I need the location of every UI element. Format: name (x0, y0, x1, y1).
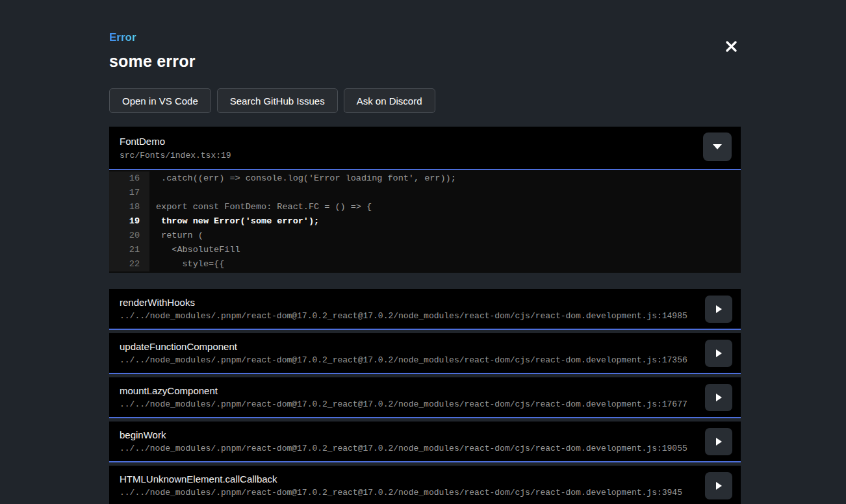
stack-frame-mountLazyComponent[interactable]: mountLazyComponent ../../node_modules/.p… (109, 377, 741, 418)
line-number: 20 (109, 229, 149, 243)
code-line: 22 style={{ (109, 257, 741, 271)
stack-frame-updateFunctionComponent[interactable]: updateFunctionComponent ../../node_modul… (109, 333, 741, 374)
play-icon (716, 394, 722, 401)
play-icon (716, 482, 722, 490)
code-line: 16 .catch((err) => console.log('Error lo… (109, 171, 741, 186)
stack-frame-callCallback[interactable]: HTMLUnknownElement.callCallback ../../no… (109, 466, 741, 504)
expand-frame-button[interactable] (705, 296, 732, 323)
source-frame-card: FontDemo src/Fonts/index.tsx:19 (109, 127, 741, 170)
collapse-frame-button[interactable] (703, 132, 732, 161)
source-frame-location: src/Fonts/index.tsx:19 (120, 151, 730, 160)
line-number: 19 (109, 214, 149, 229)
source-frame-function: FontDemo (120, 136, 730, 147)
stack-frame-location: ../../node_modules/.pnpm/react-dom@17.0.… (120, 399, 695, 409)
error-type-label: Error (109, 31, 136, 44)
stack-frame-location: ../../node_modules/.pnpm/react-dom@17.0.… (120, 311, 695, 321)
stack-frame-list: renderWithHooks ../../node_modules/.pnpm… (109, 289, 741, 504)
open-in-vscode-button[interactable]: Open in VS Code (109, 88, 211, 113)
play-icon (716, 349, 722, 357)
code-line-highlighted: 19 throw new Error('some error'); (109, 214, 741, 229)
expand-frame-button[interactable] (705, 340, 732, 367)
play-icon (716, 305, 722, 313)
code-text: return ( (149, 229, 203, 243)
code-line: 20 return ( (109, 229, 741, 243)
line-number: 21 (109, 243, 149, 257)
code-text: .catch((err) => console.log('Error loadi… (149, 171, 456, 186)
stack-frame-function: updateFunctionComponent (120, 341, 695, 352)
code-line: 17 (109, 186, 741, 200)
search-github-issues-button[interactable]: Search GitHub Issues (217, 88, 338, 113)
code-text: export const FontDemo: React.FC = () => … (149, 200, 372, 214)
expand-frame-button[interactable] (705, 428, 732, 455)
line-number: 17 (109, 186, 149, 200)
code-text: throw new Error('some error'); (149, 214, 319, 229)
error-overlay: Error some error Open in VS Code Search … (0, 0, 846, 504)
play-icon (716, 438, 722, 446)
stack-frame-function: HTMLUnknownElement.callCallback (120, 473, 695, 485)
line-number: 18 (109, 200, 149, 214)
code-line: 21 <AbsoluteFill (109, 243, 741, 257)
stack-frame-beginWork[interactable]: beginWork ../../node_modules/.pnpm/react… (109, 422, 741, 462)
code-text (149, 186, 156, 200)
stack-frame-location: ../../node_modules/.pnpm/react-dom@17.0.… (120, 355, 695, 365)
stack-frame-location: ../../node_modules/.pnpm/react-dom@17.0.… (120, 444, 695, 453)
code-line: 18export const FontDemo: React.FC = () =… (109, 200, 741, 214)
line-number: 16 (109, 171, 149, 186)
stack-frame-function: mountLazyComponent (120, 385, 695, 396)
stack-frame-function: beginWork (120, 429, 695, 440)
code-text: <AbsoluteFill (149, 243, 240, 257)
code-text: style={{ (149, 257, 224, 271)
expand-frame-button[interactable] (705, 472, 732, 499)
error-message-title: some error (109, 52, 741, 71)
expand-frame-button[interactable] (705, 384, 732, 411)
stack-frame-location: ../../node_modules/.pnpm/react-dom@17.0.… (120, 488, 695, 498)
code-snippet: 16 .catch((err) => console.log('Error lo… (109, 170, 741, 273)
stack-frame-function: renderWithHooks (120, 297, 695, 308)
line-number: 22 (109, 257, 149, 271)
action-buttons-row: Open in VS Code Search GitHub Issues Ask… (109, 88, 741, 113)
chevron-down-icon (713, 144, 722, 149)
ask-on-discord-button[interactable]: Ask on Discord (344, 88, 435, 113)
stack-frame-renderWithHooks[interactable]: renderWithHooks ../../node_modules/.pnpm… (109, 289, 741, 330)
